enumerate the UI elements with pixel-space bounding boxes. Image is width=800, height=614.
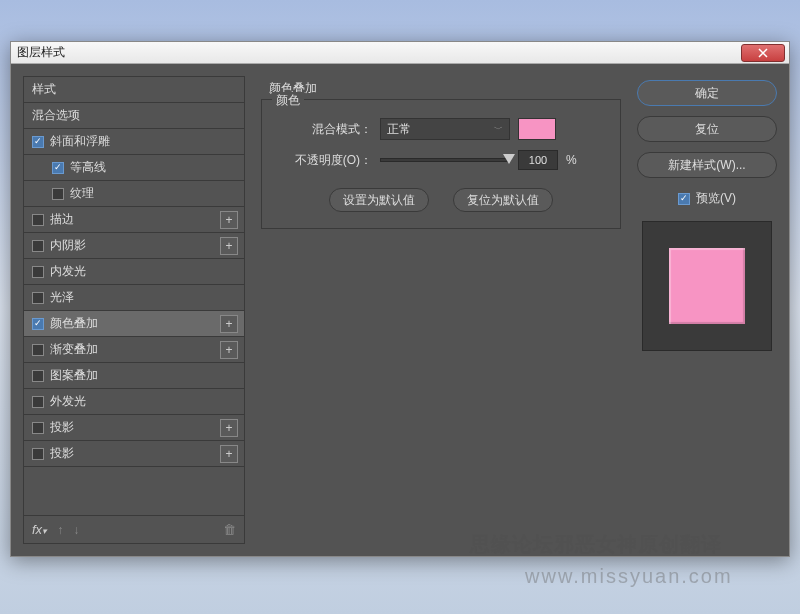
style-label: 内发光 <box>50 263 86 280</box>
cancel-button[interactable]: 复位 <box>637 116 777 142</box>
opacity-input[interactable] <box>518 150 558 170</box>
preview-box <box>642 221 772 351</box>
style-row-斜面和浮雕[interactable]: 斜面和浮雕 <box>24 129 244 155</box>
ok-button[interactable]: 确定 <box>637 80 777 106</box>
style-checkbox[interactable] <box>32 318 44 330</box>
slider-thumb-icon[interactable] <box>503 154 515 164</box>
opacity-row: 不透明度(O)： % <box>280 150 602 170</box>
style-row-描边[interactable]: 描边+ <box>24 207 244 233</box>
color-section: 颜色 混合模式： 正常 ﹀ 不透明度(O)： <box>261 99 621 229</box>
add-effect-button[interactable]: + <box>220 211 238 229</box>
default-buttons-row: 设置为默认值 复位为默认值 <box>280 188 602 212</box>
opacity-label: 不透明度(O)： <box>280 152 372 169</box>
chevron-down-icon: ﹀ <box>494 123 503 136</box>
add-effect-button[interactable]: + <box>220 341 238 359</box>
move-up-icon[interactable]: ↑ <box>57 523 63 537</box>
preview-swatch <box>669 248 745 324</box>
style-row-等高线[interactable]: 等高线 <box>24 155 244 181</box>
blend-mode-label: 混合模式： <box>280 121 372 138</box>
style-checkbox[interactable] <box>32 396 44 408</box>
trash-icon[interactable]: 🗑 <box>223 522 236 537</box>
style-checkbox[interactable] <box>32 448 44 460</box>
style-row-内阴影[interactable]: 内阴影+ <box>24 233 244 259</box>
fx-icon[interactable]: fx▾ <box>32 522 47 537</box>
move-down-icon[interactable]: ↓ <box>73 523 79 537</box>
section-title: 颜色叠加 <box>269 80 625 97</box>
add-effect-button[interactable]: + <box>220 419 238 437</box>
add-effect-button[interactable]: + <box>220 445 238 463</box>
add-effect-button[interactable]: + <box>220 315 238 333</box>
preview-checkbox[interactable] <box>678 193 690 205</box>
style-label: 投影 <box>50 419 74 436</box>
opacity-unit: % <box>566 153 577 167</box>
style-checkbox[interactable] <box>32 214 44 226</box>
style-checkbox[interactable] <box>32 344 44 356</box>
opacity-slider[interactable] <box>380 158 510 162</box>
add-effect-button[interactable]: + <box>220 237 238 255</box>
style-label: 描边 <box>50 211 74 228</box>
style-row-纹理[interactable]: 纹理 <box>24 181 244 207</box>
settings-panel: 颜色叠加 颜色 混合模式： 正常 ﹀ 不透明度(O)： <box>257 76 625 544</box>
style-checkbox[interactable] <box>32 266 44 278</box>
style-label: 投影 <box>50 445 74 462</box>
style-label: 图案叠加 <box>50 367 98 384</box>
close-button[interactable] <box>741 44 785 62</box>
style-checkbox[interactable] <box>32 422 44 434</box>
style-label: 渐变叠加 <box>50 341 98 358</box>
style-label: 光泽 <box>50 289 74 306</box>
style-label: 等高线 <box>70 159 106 176</box>
style-label: 外发光 <box>50 393 86 410</box>
set-default-button[interactable]: 设置为默认值 <box>329 188 429 212</box>
styles-panel: 样式 混合选项 斜面和浮雕等高线纹理描边+内阴影+内发光光泽颜色叠加+渐变叠加+… <box>23 76 245 544</box>
style-checkbox[interactable] <box>52 162 64 174</box>
style-row-图案叠加[interactable]: 图案叠加 <box>24 363 244 389</box>
blend-mode-row: 混合模式： 正常 ﹀ <box>280 118 602 140</box>
style-checkbox[interactable] <box>32 136 44 148</box>
window-title: 图层样式 <box>11 44 65 61</box>
styles-header[interactable]: 样式 <box>24 77 244 103</box>
style-checkbox[interactable] <box>32 370 44 382</box>
style-row-内发光[interactable]: 内发光 <box>24 259 244 285</box>
watermark-text-1: 思缘论坛邪恶女神原创翻译 <box>470 531 722 558</box>
color-subtitle: 颜色 <box>272 92 304 109</box>
right-panel: 确定 复位 新建样式(W)... 预览(V) <box>637 76 777 544</box>
preview-label: 预览(V) <box>696 190 736 207</box>
style-row-外发光[interactable]: 外发光 <box>24 389 244 415</box>
watermark-text-2: www.missyuan.com <box>525 565 733 588</box>
dialog-body: 样式 混合选项 斜面和浮雕等高线纹理描边+内阴影+内发光光泽颜色叠加+渐变叠加+… <box>11 64 789 556</box>
style-row-渐变叠加[interactable]: 渐变叠加+ <box>24 337 244 363</box>
style-row-投影[interactable]: 投影+ <box>24 415 244 441</box>
reset-default-button[interactable]: 复位为默认值 <box>453 188 553 212</box>
blend-mode-value: 正常 <box>387 121 411 138</box>
preview-checkbox-row[interactable]: 预览(V) <box>637 190 777 207</box>
style-row-颜色叠加[interactable]: 颜色叠加+ <box>24 311 244 337</box>
style-row-光泽[interactable]: 光泽 <box>24 285 244 311</box>
style-checkbox[interactable] <box>52 188 64 200</box>
style-checkbox[interactable] <box>32 240 44 252</box>
layer-style-dialog: 图层样式 样式 混合选项 斜面和浮雕等高线纹理描边+内阴影+内发光光泽颜色叠加+… <box>10 41 790 557</box>
style-label: 斜面和浮雕 <box>50 133 110 150</box>
new-style-button[interactable]: 新建样式(W)... <box>637 152 777 178</box>
blend-options-header[interactable]: 混合选项 <box>24 103 244 129</box>
titlebar: 图层样式 <box>11 42 789 64</box>
style-checkbox[interactable] <box>32 292 44 304</box>
style-label: 内阴影 <box>50 237 86 254</box>
styles-footer: fx▾ ↑ ↓ 🗑 <box>24 515 244 543</box>
close-icon <box>758 48 768 58</box>
blend-mode-select[interactable]: 正常 ﹀ <box>380 118 510 140</box>
style-label: 纹理 <box>70 185 94 202</box>
color-swatch[interactable] <box>518 118 556 140</box>
style-row-投影[interactable]: 投影+ <box>24 441 244 467</box>
style-label: 颜色叠加 <box>50 315 98 332</box>
